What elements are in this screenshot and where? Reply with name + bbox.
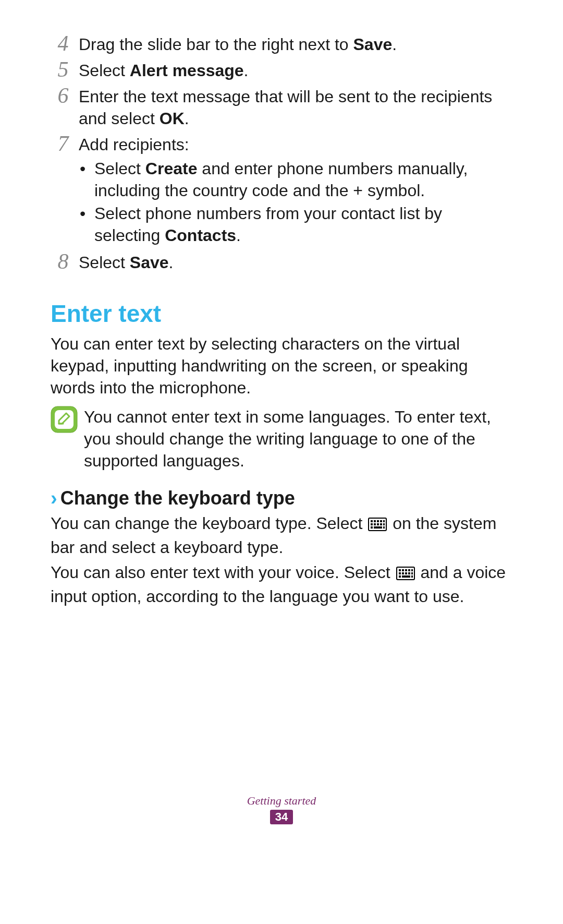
step-5: 5 Select Alert message.: [51, 58, 509, 81]
text-fragment: .: [392, 35, 397, 54]
svg-rect-20: [408, 569, 410, 571]
text-fragment: Select phone numbers from your contact l…: [94, 204, 442, 245]
text-fragment: Select: [94, 159, 145, 178]
footer-section-label: Getting started: [0, 794, 563, 808]
svg-rect-27: [399, 575, 401, 578]
svg-rect-26: [411, 572, 413, 574]
text-fragment: Select: [79, 253, 130, 272]
svg-rect-10: [377, 523, 379, 525]
step-number: 7: [51, 133, 76, 154]
paragraph: You can also enter text with your voice.…: [51, 561, 509, 607]
step-text: Add recipients: • Select Create and ente…: [76, 133, 509, 247]
svg-rect-22: [399, 572, 401, 574]
chevron-right-icon: ›: [51, 488, 57, 508]
text-fragment: You can change the keyboard type. Select: [51, 514, 367, 533]
keyboard-icon: [368, 514, 387, 536]
svg-rect-28: [402, 575, 410, 578]
step-7: 7 Add recipients: • Select Create and en…: [51, 133, 509, 247]
step-number: 4: [51, 32, 76, 54]
bullet-marker: •: [79, 202, 94, 224]
svg-rect-11: [380, 523, 382, 525]
page-footer: Getting started 34: [0, 794, 563, 824]
bullet-text: Select Create and enter phone numbers ma…: [94, 158, 509, 201]
svg-rect-17: [399, 569, 401, 571]
svg-rect-7: [383, 520, 385, 522]
svg-rect-19: [405, 569, 407, 571]
bullet-marker: •: [79, 158, 94, 179]
sub-bullet: • Select Create and enter phone numbers …: [79, 158, 509, 201]
svg-rect-21: [411, 569, 413, 571]
bold-term: OK: [160, 109, 185, 128]
keyboard-icon: [396, 563, 415, 585]
text-fragment: Drag the slide bar to the right next to: [79, 35, 353, 54]
subheading-title: Change the keyboard type: [60, 487, 295, 509]
paragraph: You can change the keyboard type. Select…: [51, 512, 509, 558]
note-text: You cannot enter text in some languages.…: [80, 406, 509, 472]
svg-rect-5: [377, 520, 379, 522]
text-fragment: .: [236, 226, 241, 245]
text-fragment: .: [244, 61, 249, 80]
svg-rect-25: [408, 572, 410, 574]
svg-rect-4: [374, 520, 376, 522]
step-4: 4 Drag the slide bar to the right next t…: [51, 32, 509, 55]
section-heading-enter-text: Enter text: [51, 299, 509, 328]
step-6: 6 Enter the text message that will be se…: [51, 85, 509, 129]
svg-rect-3: [371, 520, 373, 522]
bold-term: Create: [145, 159, 198, 178]
svg-rect-6: [380, 520, 382, 522]
subheading-change-keyboard-type: › Change the keyboard type: [51, 487, 509, 509]
svg-rect-8: [371, 523, 373, 525]
svg-rect-29: [411, 575, 413, 578]
bullet-text: Select phone numbers from your contact l…: [94, 202, 509, 246]
sub-bullet: • Select phone numbers from your contact…: [79, 202, 509, 246]
text-fragment: Enter the text message that will be sent…: [79, 87, 492, 128]
svg-rect-15: [383, 526, 385, 529]
page-content: 4 Drag the slide bar to the right next t…: [51, 32, 509, 610]
bold-term: Alert message: [130, 61, 244, 80]
step-text: Select Save.: [76, 250, 509, 273]
svg-rect-18: [402, 569, 404, 571]
svg-rect-9: [374, 523, 376, 525]
step-number: 8: [51, 250, 76, 272]
step-intro: Add recipients:: [79, 134, 509, 155]
step-number: 6: [51, 85, 76, 106]
note-block: You cannot enter text in some languages.…: [51, 406, 509, 472]
step-text: Select Alert message.: [76, 58, 509, 81]
svg-rect-1: [55, 410, 74, 429]
page-number-badge: 34: [270, 810, 293, 824]
bold-term: Save: [353, 35, 393, 54]
svg-rect-13: [371, 526, 373, 529]
text-fragment: .: [169, 253, 174, 272]
text-fragment: Select: [79, 61, 130, 80]
text-fragment: You can also enter text with your voice.…: [51, 563, 395, 582]
svg-rect-23: [402, 572, 404, 574]
section-intro: You can enter text by selecting characte…: [51, 333, 509, 399]
bold-term: Save: [130, 253, 169, 272]
step-text: Enter the text message that will be sent…: [76, 85, 509, 129]
note-icon: [51, 406, 80, 433]
svg-rect-14: [374, 526, 382, 529]
step-text: Drag the slide bar to the right next to …: [76, 32, 509, 55]
step-number: 5: [51, 58, 76, 80]
bold-term: Contacts: [165, 226, 236, 245]
sub-bullet-list: • Select Create and enter phone numbers …: [79, 158, 509, 246]
step-8: 8 Select Save.: [51, 250, 509, 273]
svg-rect-24: [405, 572, 407, 574]
text-fragment: .: [185, 109, 189, 128]
svg-rect-12: [383, 523, 385, 525]
